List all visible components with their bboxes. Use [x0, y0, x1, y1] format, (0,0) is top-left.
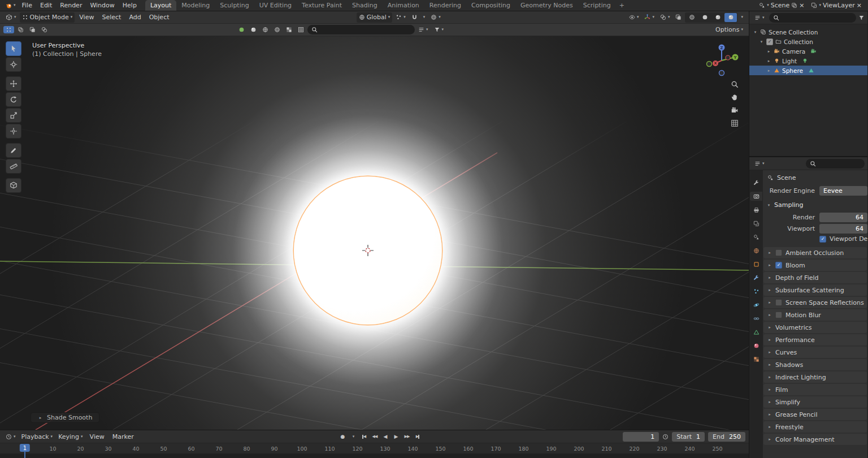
workspace-tab-modeling[interactable]: Modeling — [176, 0, 215, 11]
world-icon[interactable] — [260, 26, 271, 33]
render-samples-field[interactable]: 64 — [819, 213, 867, 222]
tab-object-data[interactable] — [750, 327, 762, 336]
playback-menu[interactable]: Playback ▾ — [19, 433, 55, 441]
pivot-point-dropdown[interactable]: ▾ — [393, 14, 408, 21]
xray-toggle[interactable] — [673, 14, 684, 21]
bloom-checkbox[interactable]: ✓ — [775, 262, 782, 269]
collection-checkbox[interactable]: ✓ — [766, 38, 773, 45]
tab-view-layer[interactable] — [750, 219, 762, 228]
motion-blur-checkbox[interactable] — [775, 312, 782, 318]
snap-dropdown[interactable]: ▾ — [421, 15, 428, 20]
matcap-sphere-icon[interactable] — [248, 26, 259, 33]
workspace-tab-shading[interactable]: Shading — [347, 0, 383, 11]
render-engine-dropdown[interactable]: Eevee — [819, 186, 867, 196]
disclosure-icon[interactable]: ▸ — [766, 68, 771, 73]
section-color-management[interactable]: ▸ Color Management — [763, 434, 867, 445]
outliner-search-input[interactable] — [782, 14, 852, 21]
outliner-row-sphere[interactable]: ▸ Sphere — [749, 66, 867, 75]
header-search-input[interactable] — [320, 26, 411, 33]
add-workspace-button[interactable]: + — [616, 0, 628, 11]
frame-start-field[interactable]: Start 1 — [672, 432, 705, 442]
section-freestyle[interactable]: ▸ Freestyle — [763, 421, 867, 433]
previous-keyframe-button[interactable]: ◀◀ — [370, 432, 379, 441]
disclosure-icon[interactable]: ▸ — [766, 59, 771, 63]
rotate-tool[interactable] — [6, 92, 21, 107]
remove-viewlayer-icon[interactable]: × — [857, 2, 862, 9]
jump-to-end-button[interactable]: ▶ — [413, 432, 422, 441]
selection-mode-subtract-icon[interactable] — [27, 26, 38, 33]
shading-rendered-button[interactable] — [724, 13, 737, 22]
grid-icon-button[interactable] — [296, 26, 306, 33]
select-box-tool[interactable] — [6, 41, 21, 56]
section-film[interactable]: ▸ Film — [763, 384, 867, 395]
disclosure-icon[interactable]: ▸ — [766, 49, 771, 54]
annotate-tool[interactable] — [6, 143, 21, 158]
playhead[interactable]: 1 — [20, 444, 30, 452]
properties-search[interactable] — [806, 159, 865, 168]
viewlayer-selector[interactable]: ▾ ViewLayer × — [808, 2, 865, 9]
outliner-row-collection[interactable]: ▾ ✓ Collection — [749, 37, 867, 46]
playback-sync-clock-icon[interactable] — [662, 434, 669, 440]
object-visibility-dropdown[interactable]: ▾ — [627, 14, 641, 21]
ambient-occlusion-checkbox[interactable] — [775, 249, 782, 256]
overlays-dropdown[interactable]: ▾ — [658, 14, 672, 21]
outliner-row-light[interactable]: ▸ Light — [749, 56, 867, 66]
pan-hand-icon[interactable] — [731, 93, 739, 101]
new-scene-icon[interactable] — [791, 2, 797, 8]
section-simplify[interactable]: ▸ Simplify — [763, 396, 867, 408]
next-keyframe-button[interactable]: ▶▶ — [402, 432, 411, 441]
navigation-gizmo[interactable]: Z Y X — [705, 42, 740, 77]
section-shadows[interactable]: ▸ Shadows — [763, 359, 867, 370]
ortho-grid-icon[interactable] — [731, 119, 739, 127]
selection-mode-intersect-icon[interactable] — [39, 26, 50, 33]
ssr-checkbox[interactable] — [775, 299, 782, 306]
section-subsurface-scattering[interactable]: ▸ Subsurface Scattering — [763, 284, 867, 296]
outliner-search[interactable] — [769, 13, 856, 23]
tab-material[interactable] — [750, 341, 762, 350]
workspace-tab-scripting[interactable]: Scripting — [578, 0, 616, 11]
workspace-tab-animation[interactable]: Animation — [383, 0, 424, 11]
section-bloom[interactable]: ▸ ✓ Bloom — [763, 260, 867, 271]
menu-window[interactable]: Window — [86, 2, 118, 9]
checker-icon[interactable] — [284, 26, 294, 33]
add-cube-tool[interactable] — [6, 178, 21, 193]
shading-material-button[interactable] — [711, 13, 724, 22]
menu-help[interactable]: Help — [119, 2, 141, 9]
current-frame-field[interactable]: 1 — [623, 432, 659, 442]
camera-view-icon[interactable] — [731, 106, 739, 114]
header-search[interactable] — [307, 25, 415, 34]
timeline-view-menu[interactable]: View — [86, 433, 108, 440]
viewport-samples-field[interactable]: 64 — [819, 224, 867, 234]
workspace-tab-geometry-nodes[interactable]: Geometry Nodes — [515, 0, 578, 11]
frame-end-field[interactable]: End 250 — [708, 432, 745, 442]
tab-object[interactable] — [750, 260, 762, 269]
section-curves[interactable]: ▸ Curves — [763, 347, 867, 358]
tab-scene[interactable] — [750, 232, 762, 241]
shading-dropdown[interactable]: ▾ — [739, 15, 745, 20]
operator-panel[interactable]: ▸ Shade Smooth — [31, 412, 99, 423]
tab-physics[interactable] — [750, 300, 762, 309]
section-grease-pencil[interactable]: ▸ Grease Pencil — [763, 409, 867, 420]
menu-file[interactable]: File — [18, 2, 36, 9]
outliner-row-camera[interactable]: ▸ Camera — [749, 46, 867, 56]
snap-toggle[interactable] — [409, 14, 420, 21]
tab-constraints[interactable] — [750, 314, 762, 323]
sampling-panel-header[interactable]: ▾ Sampling — [763, 197, 867, 211]
properties-editor-type-button[interactable]: ▾ — [752, 160, 767, 167]
tab-modifiers[interactable] — [750, 273, 762, 282]
timeline-marker-menu[interactable]: Marker — [109, 433, 137, 440]
tab-texture[interactable] — [750, 355, 762, 364]
play-button[interactable]: ▶ — [391, 432, 401, 441]
outliner-row-scene-collection[interactable]: ▾ Scene Collection — [749, 27, 867, 37]
workspace-tab-compositing[interactable]: Compositing — [466, 0, 515, 11]
measure-tool[interactable] — [6, 159, 21, 174]
tab-render[interactable] — [750, 192, 762, 201]
shading-solid-button[interactable] — [698, 13, 711, 22]
proportional-editing-toggle[interactable]: ▾ — [428, 14, 443, 21]
auto-keying-dropdown[interactable]: ▾ — [348, 432, 358, 441]
unlink-scene-icon[interactable]: × — [799, 2, 804, 9]
menu-view[interactable]: View — [76, 14, 97, 21]
selection-mode-extend-icon[interactable] — [15, 26, 26, 33]
menu-add[interactable]: Add — [125, 14, 144, 21]
transform-tool[interactable] — [6, 124, 21, 139]
